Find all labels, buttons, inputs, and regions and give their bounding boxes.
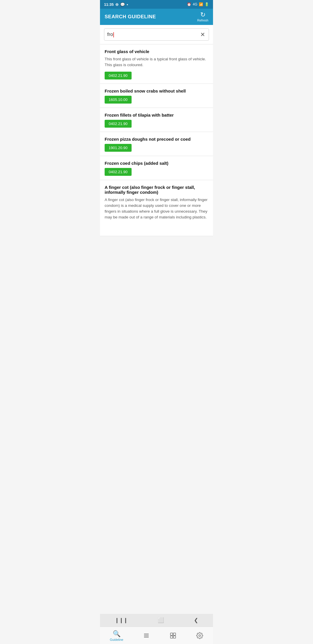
result-item[interactable]: Frozen boiled snow crabs without shell 1… [100, 84, 213, 108]
network-4g-icon: 4G [193, 2, 197, 6]
result-item[interactable]: Frozen pizza doughs not precoed or coed … [100, 132, 213, 156]
app-bar: SEARCH GUIDELINE ↻ Refresh [100, 9, 213, 25]
result-title: A finger cot (also finger frock or finge… [105, 185, 208, 195]
status-icon-msg: 💬 [120, 2, 125, 7]
refresh-icon: ↻ [200, 12, 205, 18]
result-item[interactable]: Frozen coed chips (added salt) 0402.21.9… [100, 156, 213, 180]
clear-search-button[interactable]: ✕ [200, 31, 206, 38]
result-code-badge: 0402.21.90 [105, 120, 132, 128]
search-value: fro [107, 32, 113, 37]
result-title: Frozen pizza doughs not precoed or coed [105, 137, 208, 142]
result-code-badge: 1901.20.90 [105, 144, 132, 152]
result-title: Frozen coed chips (added salt) [105, 161, 208, 166]
refresh-button[interactable]: ↻ Refresh [197, 12, 208, 22]
battery-icon: 🔋 [205, 2, 209, 6]
status-time: 11:35 [104, 2, 114, 7]
result-title: Frozen boiled snow crabs without shell [105, 88, 208, 93]
status-bar: 11:35 ⊖ 💬 • ⏰ 4G 📶 🔋 [100, 0, 213, 9]
text-cursor [113, 32, 114, 37]
status-icon-minus: ⊖ [115, 2, 119, 7]
signal-icon: 📶 [199, 2, 203, 6]
search-container: fro ✕ [100, 25, 213, 44]
results-list: Front glass of vehicle This front glass … [100, 44, 213, 236]
status-right: ⏰ 4G 📶 🔋 [187, 2, 209, 6]
refresh-label: Refresh [197, 19, 208, 22]
search-input[interactable]: fro [107, 32, 200, 37]
app-bar-title: SEARCH GUIDELINE [105, 14, 156, 20]
result-item[interactable]: Front glass of vehicle This front glass … [100, 44, 213, 84]
result-item[interactable]: Frozen fillets of tilapia with batter 04… [100, 108, 213, 132]
result-code-badge: 1605.10.00 [105, 96, 132, 104]
result-item[interactable]: A finger cot (also finger frock or finge… [100, 180, 213, 236]
search-input-wrapper: fro ✕ [104, 28, 209, 41]
alarm-icon: ⏰ [187, 2, 191, 6]
result-description: This front glass of vehicle is a typical… [105, 56, 208, 68]
status-left: 11:35 ⊖ 💬 • [104, 2, 128, 7]
result-title: Front glass of vehicle [105, 49, 208, 54]
status-dot: • [127, 2, 128, 7]
result-description: A finger cot (also finger frock or finge… [105, 197, 208, 220]
result-code-badge: 0402.21.90 [105, 168, 132, 176]
result-code-badge: 0402.21.90 [105, 72, 132, 79]
result-title: Frozen fillets of tilapia with batter [105, 113, 208, 117]
